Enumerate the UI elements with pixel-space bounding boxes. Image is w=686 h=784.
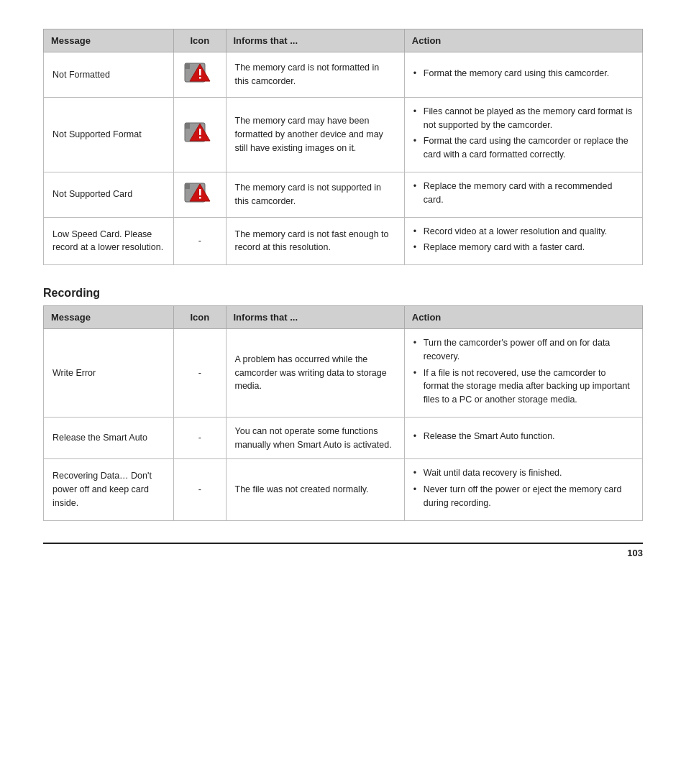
header-icon: Icon: [174, 29, 226, 52]
table-row: Not FormattedThe memory card is not form…: [44, 52, 643, 98]
cell-message: Write Error: [44, 329, 174, 418]
svg-marker-11: [185, 183, 190, 189]
table-row: Not Supported FormatThe memory card may …: [44, 97, 643, 172]
cell-informs: The memory card is not formatted in this…: [226, 52, 404, 98]
cell-informs: The memory card may have been formatted …: [226, 97, 404, 172]
svg-rect-3: [199, 69, 201, 75]
cell-icon: [174, 97, 226, 172]
table-row: Write Error-A problem has occurred while…: [44, 329, 643, 418]
svg-rect-14: [199, 197, 201, 199]
table-row: Recovering Data… Don't power off and kee…: [44, 459, 643, 520]
cell-action: Record video at a lower resolution and q…: [404, 217, 642, 265]
action-item: Format the card using the camcorder or r…: [413, 134, 634, 162]
cell-message: Not Formatted: [44, 52, 174, 98]
cell-message: Not Supported Format: [44, 97, 174, 172]
header-icon-rec: Icon: [174, 306, 226, 329]
action-item: Replace memory card with a faster card.: [413, 241, 634, 254]
cell-icon: [174, 172, 226, 217]
svg-rect-8: [199, 129, 201, 135]
action-item: Files cannot be played as the memory car…: [413, 105, 634, 132]
header-informs: Informs that ...: [226, 29, 404, 52]
cell-message: Recovering Data… Don't power off and kee…: [44, 459, 174, 520]
cell-action: Replace the memory card with a recommend…: [404, 172, 642, 217]
cell-action: Wait until data recovery is finished.Nev…: [404, 459, 642, 520]
memory-card-table: Message Icon Informs that ... Action Not…: [43, 29, 643, 265]
cell-action: Format the memory card using this camcor…: [404, 52, 642, 98]
cell-icon: -: [174, 459, 226, 520]
action-item: Release the Smart Auto function.: [413, 430, 634, 443]
cell-message: Not Supported Card: [44, 172, 174, 217]
svg-marker-1: [185, 63, 190, 69]
svg-rect-9: [199, 137, 201, 139]
cell-action: Turn the camcorder's power off and on fo…: [404, 329, 642, 418]
cell-informs: The file was not created normally.: [226, 459, 404, 520]
table-row: Low Speed Card. Please record at a lower…: [44, 217, 643, 265]
cell-informs: A problem has occurred while the camcord…: [226, 329, 404, 418]
cell-informs: The memory card is not fast enough to re…: [226, 217, 404, 265]
cell-action: Files cannot be played as the memory car…: [404, 97, 642, 172]
cell-icon: -: [174, 417, 226, 459]
action-item: If a file is not recovered, use the camc…: [413, 366, 634, 407]
header-action-rec: Action: [404, 306, 642, 329]
svg-marker-6: [185, 123, 190, 129]
header-action: Action: [404, 29, 642, 52]
action-item: Format the memory card using this camcor…: [413, 67, 634, 80]
table-row: Not Supported CardThe memory card is not…: [44, 172, 643, 217]
table-row: Release the Smart Auto-You can not opera…: [44, 417, 643, 459]
cell-message: Low Speed Card. Please record at a lower…: [44, 217, 174, 265]
cell-icon: -: [174, 217, 226, 265]
cell-action: Release the Smart Auto function.: [404, 417, 642, 459]
recording-table: Message Icon Informs that ... Action Wri…: [43, 305, 643, 521]
cell-icon: [174, 52, 226, 98]
svg-rect-13: [199, 189, 201, 195]
cell-icon: -: [174, 329, 226, 418]
recording-section-title: Recording: [43, 287, 643, 300]
cell-informs: The memory card is not supported in this…: [226, 172, 404, 217]
header-message-rec: Message: [44, 306, 174, 329]
action-item: Never turn off the power or eject the me…: [413, 483, 634, 510]
page-number: 103: [43, 543, 643, 558]
action-item: Replace the memory card with a recommend…: [413, 180, 634, 207]
header-message: Message: [44, 29, 174, 52]
cell-message: Release the Smart Auto: [44, 417, 174, 459]
action-item: Turn the camcorder's power off and on fo…: [413, 336, 634, 364]
action-item: Record video at a lower resolution and q…: [413, 225, 634, 239]
svg-rect-4: [199, 77, 201, 79]
cell-informs: You can not operate some functions manua…: [226, 417, 404, 459]
action-item: Wait until data recovery is finished.: [413, 466, 634, 480]
header-informs-rec: Informs that ...: [226, 306, 404, 329]
